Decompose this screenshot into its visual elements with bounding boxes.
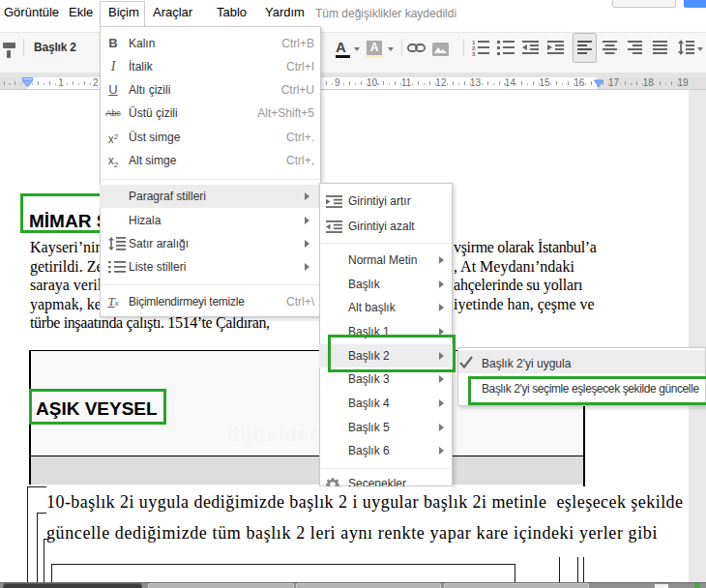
- svg-text:3: 3: [472, 51, 476, 56]
